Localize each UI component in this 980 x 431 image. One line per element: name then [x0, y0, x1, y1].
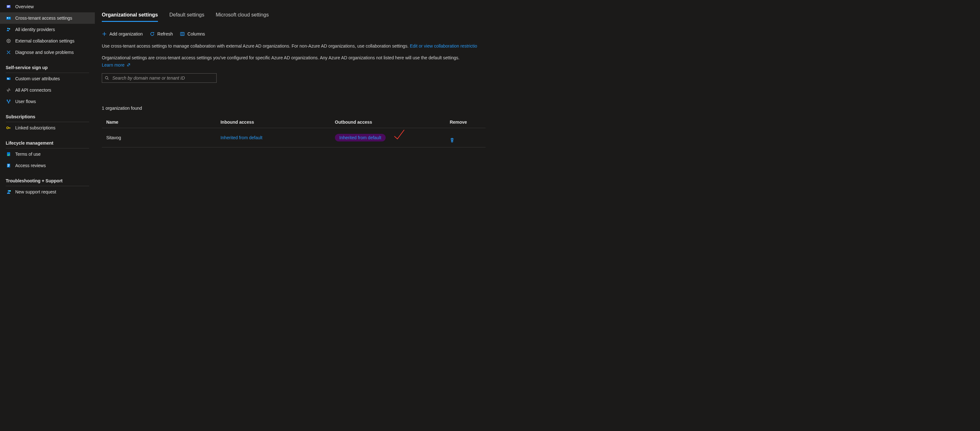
tabs: Organizational settings Default settings… — [102, 12, 980, 22]
tab-microsoft-cloud-settings[interactable]: Microsoft cloud settings — [216, 12, 269, 22]
tab-organizational-settings[interactable]: Organizational settings — [102, 12, 158, 22]
key-icon — [6, 125, 11, 130]
sidebar-item-label: External collaboration settings — [15, 38, 75, 43]
svg-rect-5 — [9, 17, 10, 18]
sidebar-section-lifecycle: Lifecycle management — [0, 134, 95, 148]
cross-tenant-icon — [6, 15, 11, 21]
search-icon — [105, 76, 109, 80]
people-icon — [6, 27, 11, 32]
sidebar-item-overview[interactable]: Overview — [0, 1, 95, 13]
sidebar-item-label: Terms of use — [15, 152, 41, 157]
collaboration-restrictions-link[interactable]: Edit or view collaboration restrictio — [410, 43, 477, 49]
sidebar-section-self-service: Self-service sign up — [0, 58, 95, 73]
reviews-icon — [6, 163, 11, 169]
table-header-row: Name Inbound access Outbound access Remo… — [102, 116, 485, 128]
sidebar-item-label: Overview — [15, 4, 33, 9]
learn-more-link[interactable]: Learn more — [102, 62, 130, 68]
svg-rect-10 — [7, 77, 11, 80]
sidebar-item-label: Linked subscriptions — [15, 125, 56, 130]
sidebar-section-subscriptions: Subscriptions — [0, 107, 95, 122]
description-line-1: Use cross-tenant access settings to mana… — [102, 43, 926, 49]
refresh-button[interactable]: Refresh — [150, 32, 173, 37]
table-row: Sitavog Inherited from default Inherited… — [102, 128, 485, 148]
columns-button[interactable]: Columns — [180, 32, 205, 37]
toolbar: Add organization Refresh Columns — [102, 32, 980, 37]
sidebar-item-label: Custom user attributes — [15, 76, 60, 81]
svg-point-13 — [7, 100, 8, 101]
svg-point-7 — [9, 28, 10, 30]
inbound-access-link[interactable]: Inherited from default — [220, 135, 262, 140]
column-header-outbound[interactable]: Outbound access — [333, 116, 448, 128]
svg-point-25 — [105, 76, 108, 79]
svg-rect-21 — [8, 166, 9, 167]
svg-rect-4 — [7, 17, 8, 18]
svg-rect-24 — [180, 32, 184, 35]
svg-point-9 — [8, 40, 9, 41]
gear-icon — [6, 38, 11, 44]
sidebar-item-label: Diagnose and solve problems — [15, 50, 73, 55]
plus-icon — [102, 32, 107, 37]
svg-rect-23 — [9, 190, 11, 192]
remove-organization-button[interactable] — [450, 132, 484, 143]
sidebar: Overview Cross-tenant access settings Al… — [0, 0, 95, 431]
svg-rect-19 — [8, 164, 10, 165]
sidebar-item-label: All API connectors — [15, 87, 51, 92]
svg-rect-11 — [7, 78, 9, 79]
cell-org-name: Sitavog — [102, 128, 218, 148]
svg-point-16 — [7, 127, 9, 129]
organization-count: 1 organization found — [102, 106, 980, 111]
svg-point-15 — [8, 102, 9, 103]
sidebar-item-api-connectors[interactable]: All API connectors — [0, 84, 95, 96]
sidebar-item-diagnose[interactable]: Diagnose and solve problems — [0, 47, 95, 58]
overview-icon — [6, 4, 11, 10]
sidebar-item-label: New support request — [15, 189, 56, 194]
outbound-highlight: Inherited from default — [335, 134, 386, 142]
sidebar-item-external-collab[interactable]: External collaboration settings — [0, 35, 95, 47]
sidebar-item-label: Access reviews — [15, 163, 46, 168]
column-header-inbound[interactable]: Inbound access — [218, 116, 333, 128]
api-icon — [6, 87, 11, 93]
svg-rect-12 — [7, 79, 9, 80]
sidebar-item-new-support-request[interactable]: New support request — [0, 186, 95, 197]
svg-rect-1 — [7, 6, 10, 6]
sidebar-item-label: Cross-tenant access settings — [15, 16, 72, 21]
column-header-remove: Remove — [448, 116, 485, 128]
refresh-icon — [150, 32, 155, 37]
toolbar-label: Add organization — [110, 32, 143, 37]
terms-icon — [6, 151, 11, 157]
learn-more-label: Learn more — [102, 62, 125, 68]
sidebar-item-label: All identity providers — [15, 27, 55, 32]
outbound-access-link[interactable]: Inherited from default — [339, 135, 381, 140]
flows-icon — [6, 99, 11, 104]
support-icon — [6, 189, 11, 195]
svg-rect-20 — [8, 165, 10, 166]
search-box[interactable] — [102, 73, 216, 83]
sidebar-item-linked-subscriptions[interactable]: Linked subscriptions — [0, 122, 95, 134]
sidebar-section-troubleshoot: Troubleshooting + Support — [0, 171, 95, 186]
sidebar-item-custom-attributes[interactable]: Custom user attributes — [0, 73, 95, 84]
svg-point-6 — [7, 28, 9, 30]
main-content: Organizational settings Default settings… — [95, 0, 980, 431]
sidebar-item-identity-providers[interactable]: All identity providers — [0, 24, 95, 35]
svg-point-22 — [8, 190, 10, 192]
description-line-2: Organizational settings are cross-tenant… — [102, 54, 926, 61]
sidebar-item-label: User flows — [15, 99, 36, 104]
add-organization-button[interactable]: Add organization — [102, 32, 143, 37]
tab-default-settings[interactable]: Default settings — [169, 12, 204, 22]
description-text: Use cross-tenant access settings to mana… — [102, 43, 410, 49]
toolbar-label: Columns — [188, 32, 205, 37]
svg-point-14 — [9, 100, 11, 101]
sidebar-item-cross-tenant[interactable]: Cross-tenant access settings — [0, 13, 95, 24]
sidebar-item-terms-of-use[interactable]: Terms of use — [0, 148, 95, 160]
svg-rect-17 — [7, 152, 10, 156]
organizations-table: Name Inbound access Outbound access Remo… — [102, 116, 485, 148]
column-header-name[interactable]: Name — [102, 116, 218, 128]
sidebar-item-user-flows[interactable]: User flows — [0, 96, 95, 107]
external-link-icon — [127, 62, 130, 68]
toolbar-label: Refresh — [157, 32, 173, 37]
svg-rect-2 — [7, 7, 9, 7]
svg-rect-0 — [7, 5, 11, 8]
columns-icon — [180, 32, 185, 37]
sidebar-item-access-reviews[interactable]: Access reviews — [0, 160, 95, 171]
search-input[interactable] — [111, 75, 214, 81]
